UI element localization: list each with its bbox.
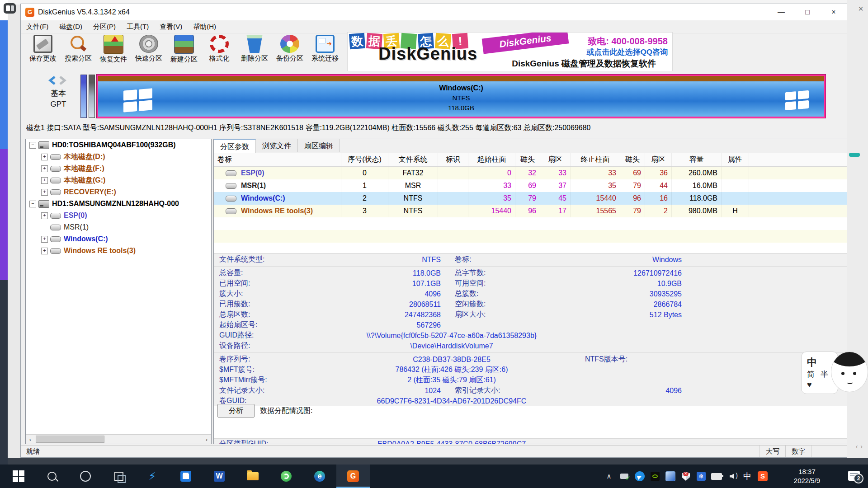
tree-item-8[interactable]: +Windows(C:) [26, 233, 211, 245]
scroll-right-icon[interactable]: › [202, 436, 211, 443]
taskbar-app-diskgenius[interactable]: G [336, 465, 370, 488]
table-row[interactable]: Windows RE tools(3)3NTFS1544096171556579… [214, 205, 847, 217]
taskbar-clock[interactable]: 18:37 2022/5/9 [782, 467, 832, 485]
intel-graphics-icon[interactable] [663, 465, 678, 488]
tree-item-9[interactable]: +Windows RE tools(3) [26, 245, 211, 257]
toolbar-button-delete[interactable]: 删除分区 [237, 33, 272, 71]
taskbar: ⚡WeG ∧✕❄)中S 18:37 2022/5/9 2 [0, 465, 868, 488]
expand-icon[interactable]: + [41, 189, 48, 196]
expand-icon[interactable]: + [41, 165, 48, 172]
toolbar-button-quick[interactable]: 快速分区 [131, 33, 166, 71]
messenger-icon[interactable] [632, 465, 647, 488]
detail-row: 文件记录大小:1024索引记录大小:4096 [214, 385, 847, 396]
expand-icon[interactable]: + [41, 212, 48, 219]
tab-0[interactable]: 分区参数 [214, 139, 256, 154]
banner-qq-link[interactable]: 或点击此处选择QQ咨询 [587, 47, 668, 57]
menu-item-5[interactable]: 帮助(H) [188, 23, 222, 31]
tree-item-1[interactable]: +本地磁盘(D:) [26, 151, 211, 163]
table-cell: 33 [571, 167, 620, 179]
disk-info-line: 磁盘1 接口:SATA 型号:SAMSUNGMZNLN128HAHQ-000H1… [21, 123, 847, 135]
table-row[interactable]: MSR(1)1MSR33693735794416.0MB [214, 179, 847, 192]
tree-item-7[interactable]: MSR(1) [26, 221, 211, 233]
battery-icon[interactable] [709, 465, 724, 488]
search-icon [69, 35, 88, 53]
scroll-thumb[interactable] [36, 436, 104, 443]
ime-floating-widget[interactable]: 中 简 半 ♥ [801, 352, 868, 398]
taskbar-app-browser[interactable] [269, 465, 303, 488]
tray-expand-icon[interactable]: ∧ [601, 465, 617, 488]
minimize-button[interactable]: — [768, 4, 794, 20]
table-row[interactable]: Windows(C:)2NTFS357945154409616118.0GB [214, 192, 847, 205]
expand-icon[interactable]: + [41, 154, 48, 160]
expand-icon[interactable]: + [41, 248, 48, 254]
task-view-button[interactable] [102, 465, 136, 488]
volume-icon[interactable]: ) [724, 465, 740, 488]
disk-prev-next-icons[interactable] [47, 75, 69, 85]
taskbar-app-edge[interactable]: e [303, 465, 336, 488]
background-scroll-arrows[interactable]: ‹› [856, 443, 865, 450]
tree-item-6[interactable]: +ESP(0) [26, 210, 211, 221]
ime-heart-icon[interactable]: ♥ [807, 380, 812, 389]
table-row[interactable]: ESP(0)0FAT3203233336936260.0MB [214, 167, 847, 179]
toolbar-button-new[interactable]: 新建分区 [166, 33, 202, 71]
menu-item-2[interactable]: 分区(P) [88, 23, 121, 31]
tree-item-4[interactable]: +RECOVERY(E:) [26, 186, 211, 198]
toolbar-button-search[interactable]: 搜索分区 [61, 33, 96, 71]
background-tab-icon[interactable] [4, 3, 16, 14]
flash-icon[interactable]: ❄ [693, 465, 709, 488]
menu-item-0[interactable]: 文件(F) [21, 23, 54, 31]
tree-item-2[interactable]: +本地磁盘(F:) [26, 163, 211, 174]
cortana-button[interactable] [69, 465, 102, 488]
search-button[interactable] [35, 465, 69, 488]
security-shield-icon[interactable]: ✕ [678, 465, 693, 488]
toolbar-button-format[interactable]: 格式化 [202, 33, 237, 71]
partition-segment-msr[interactable] [89, 75, 95, 118]
analyze-button[interactable]: 分析 [217, 404, 255, 418]
notification-center-icon[interactable]: 2 [848, 471, 860, 481]
ime-mode-simplified[interactable]: 简 [807, 369, 815, 380]
tab-1[interactable]: 浏览文件 [256, 139, 298, 152]
taskbar-app-lightning[interactable]: ⚡ [136, 465, 169, 488]
delete-icon [245, 35, 264, 53]
menu-item-3[interactable]: 工具(T) [121, 23, 154, 31]
ad-banner[interactable]: 数据丢怎么! DiskGenius DiskGenius 致电: 400-008… [347, 32, 673, 72]
taskbar-app-explorer[interactable] [236, 465, 269, 488]
table-cell: 32 [515, 167, 540, 179]
tree-item-5[interactable]: −HD1:SAMSUNGMZNLN128HAHQ-000 [26, 198, 211, 210]
printer-status-icon[interactable] [617, 465, 632, 488]
toolbar-button-save[interactable]: 保存更改 [25, 33, 61, 71]
taskbar-app-word[interactable]: W [203, 465, 236, 488]
battery-icon-shape [711, 473, 722, 480]
menu-item-4[interactable]: 查看(V) [154, 23, 188, 31]
scroll-left-icon[interactable]: ‹ [26, 436, 35, 443]
tree-hscrollbar[interactable]: ‹› [26, 434, 211, 444]
tree-label: HD0:TOSHIBAMQ04ABF100(932GB) [52, 141, 176, 149]
taskbar-app-diskgenius-icon: G [347, 470, 359, 482]
sogou-input-icon[interactable]: S [755, 465, 770, 488]
tree-label: HD1:SAMSUNGMZNLN128HAHQ-000 [52, 200, 179, 208]
toolbar-button-backup[interactable]: 备份分区 [272, 33, 307, 71]
taskbar-app-store-icon [180, 471, 191, 482]
expand-icon[interactable]: + [41, 177, 48, 184]
maximize-button[interactable]: □ [794, 4, 821, 20]
ime-mode-halfwidth[interactable]: 半 [821, 369, 828, 380]
detail-label: 总容量: [214, 268, 332, 278]
expand-icon[interactable]: + [41, 236, 48, 243]
ime-language-icon[interactable]: 中 [740, 465, 755, 488]
close-button[interactable]: × [821, 4, 847, 20]
toolbar-button-migrate[interactable]: 系统迁移 [307, 33, 343, 71]
taskbar-app-store[interactable] [169, 465, 203, 488]
tree-item-3[interactable]: +本地磁盘(G:) [26, 174, 211, 186]
tree-item-0[interactable]: −HD0:TOSHIBAMQ04ABF100(932GB) [26, 139, 211, 151]
collapse-icon[interactable]: − [29, 142, 36, 149]
nvidia-settings-icon[interactable] [647, 465, 663, 488]
tab-2[interactable]: 扇区编辑 [298, 139, 340, 152]
background-close-icon[interactable]: × [858, 4, 863, 14]
partition-segment-windows-c[interactable]: Windows(C:) NTFS 118.0GB [97, 75, 826, 118]
collapse-icon[interactable]: − [29, 201, 36, 207]
menu-item-1[interactable]: 磁盘(D) [54, 23, 88, 31]
ime-mode-zh[interactable]: 中 [807, 356, 817, 369]
toolbar-button-recover[interactable]: 恢复文件 [96, 33, 131, 71]
start-button[interactable] [2, 465, 35, 488]
partition-segment-esp[interactable] [80, 75, 87, 118]
